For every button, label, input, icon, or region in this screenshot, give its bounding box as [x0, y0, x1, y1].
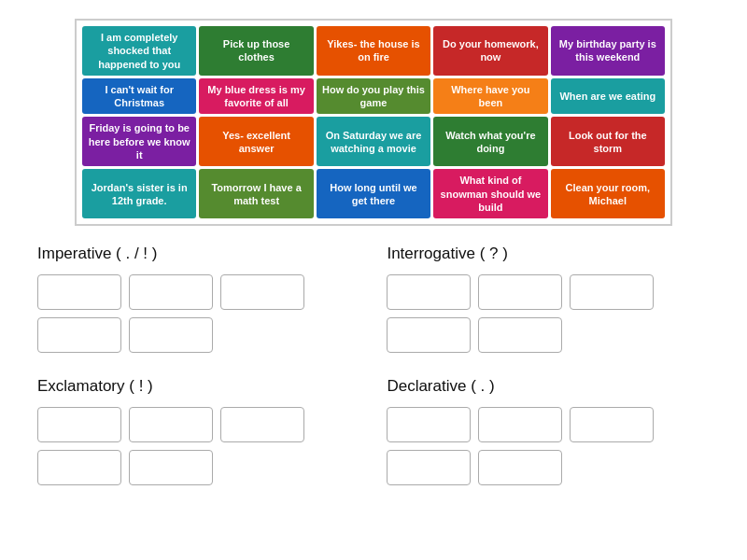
exclamatory-title: Exclamatory ( ! ) [37, 377, 360, 396]
drop-box[interactable] [129, 407, 213, 442]
card-18[interactable]: What kind of snowman should we build [433, 169, 547, 218]
drop-box[interactable] [129, 274, 213, 310]
declarative-title: Declarative ( . ) [387, 377, 710, 396]
drop-box[interactable] [129, 317, 213, 353]
card-2[interactable]: Yikes- the house is on fire [317, 26, 430, 76]
card-10[interactable]: Friday is going to be here before we kno… [82, 117, 196, 166]
drop-box[interactable] [37, 317, 121, 353]
drop-box[interactable] [387, 450, 471, 485]
drop-box[interactable] [478, 274, 562, 310]
sorting-section: Imperative ( . / ! ) Interrogative ( ? ) [37, 245, 710, 360]
imperative-category: Imperative ( . / ! ) [37, 245, 360, 360]
drop-box[interactable] [478, 317, 562, 353]
sorting-section-2: Exclamatory ( ! ) Declarative ( . ) [37, 377, 710, 493]
declarative-row-1 [387, 407, 710, 442]
card-grid: I am completely shocked that happened to… [75, 19, 672, 226]
card-1[interactable]: Pick up those clothes [199, 26, 313, 76]
imperative-row-2 [37, 317, 360, 353]
imperative-title: Imperative ( . / ! ) [37, 245, 360, 263]
drop-box[interactable] [37, 407, 121, 442]
interrogative-title: Interrogative ( ? ) [387, 245, 710, 263]
card-3[interactable]: Do your homework, now [433, 26, 547, 76]
card-4[interactable]: My birthday party is this weekend [551, 26, 665, 76]
card-16[interactable]: Tomorrow I have a math test [199, 169, 313, 218]
drop-box[interactable] [37, 274, 121, 310]
drop-box[interactable] [37, 450, 121, 485]
card-14[interactable]: Look out for the storm [551, 117, 665, 166]
drop-box[interactable] [570, 274, 654, 310]
interrogative-row-2 [387, 317, 710, 353]
drop-box[interactable] [129, 450, 213, 485]
card-7[interactable]: How do you play this game [317, 78, 430, 115]
card-12[interactable]: On Saturday we are watching a movie [317, 117, 430, 166]
card-9[interactable]: When are we eating [551, 78, 665, 115]
card-17[interactable]: How long until we get there [317, 169, 430, 218]
card-5[interactable]: I can't wait for Christmas [82, 78, 196, 115]
drop-box[interactable] [478, 407, 562, 442]
declarative-row-2 [387, 450, 710, 485]
card-8[interactable]: Where have you been [433, 78, 547, 115]
drop-box[interactable] [387, 274, 471, 310]
interrogative-row-1 [387, 274, 710, 310]
exclamatory-row-1 [37, 407, 360, 442]
card-11[interactable]: Yes- excellent answer [199, 117, 313, 166]
drop-box[interactable] [387, 407, 471, 442]
declarative-category: Declarative ( . ) [387, 377, 710, 493]
drop-box[interactable] [220, 407, 304, 442]
exclamatory-category: Exclamatory ( ! ) [37, 377, 360, 493]
main-container: I am completely shocked that happened to… [0, 0, 747, 511]
card-0[interactable]: I am completely shocked that happened to… [82, 26, 196, 76]
imperative-row-1 [37, 274, 360, 310]
card-19[interactable]: Clean your room, Michael [551, 169, 665, 218]
drop-box[interactable] [220, 274, 304, 310]
drop-box[interactable] [570, 407, 654, 442]
drop-box[interactable] [387, 317, 471, 353]
card-6[interactable]: My blue dress is my favorite of all [199, 78, 313, 115]
drop-box[interactable] [478, 450, 562, 485]
card-13[interactable]: Watch what you're doing [433, 117, 547, 166]
interrogative-category: Interrogative ( ? ) [387, 245, 710, 360]
exclamatory-row-2 [37, 450, 360, 485]
card-15[interactable]: Jordan's sister is in 12th grade. [82, 169, 196, 218]
